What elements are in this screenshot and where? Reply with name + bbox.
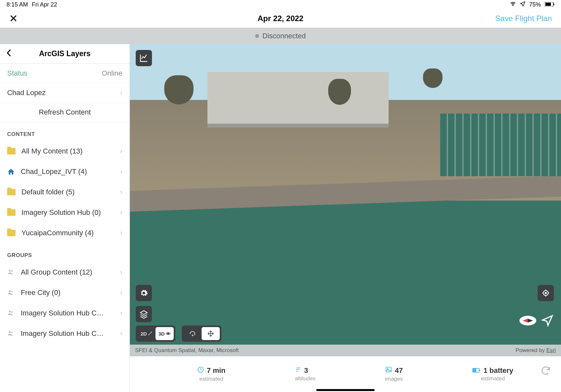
location-icon [520,1,525,8]
group-item-imagery-hub-2[interactable]: Imagery Solution Hub C… › [0,323,130,344]
svg-rect-20 [473,369,476,372]
chevron-right-icon: › [120,208,122,217]
status-time: 8:15 AM [6,1,28,8]
stat-time: 7 min estimated [197,366,225,382]
stats-bar: 7 min estimated 3 altitudes 47 images 1 … [130,356,561,392]
camera-mode-toggle [182,325,221,342]
content-item-user-folder[interactable]: Chad_Lopez_IVT (4) › [0,161,130,182]
user-row[interactable]: Chad Lopez › [0,83,130,103]
folder-icon [7,230,16,236]
chevron-right-icon: › [120,188,122,196]
compass-rose-icon[interactable] [519,316,536,325]
group-item-all-group-content[interactable]: All Group Content (12) › [0,262,130,282]
svg-point-6 [11,290,13,292]
page-title: Apr 22, 2022 [257,14,303,23]
wifi-icon [510,1,516,8]
chevron-right-icon: › [120,229,122,237]
chevron-right-icon: › [120,89,122,96]
layers-button[interactable] [136,306,152,322]
group-icon [7,330,15,337]
view-mode-toggle: 2D 3D [136,325,175,342]
north-arrow-icon[interactable] [541,314,554,327]
stat-images: 47 images [385,366,403,382]
chevron-right-icon: › [120,268,122,276]
battery-icon [472,366,481,375]
svg-point-12 [545,292,546,294]
battery-percent: 75% [529,1,541,8]
status-row[interactable]: Status Online [0,64,130,83]
refresh-stats-button[interactable] [540,365,551,379]
svg-rect-17 [386,367,392,372]
close-button[interactable]: ✕ [9,12,18,25]
locate-button[interactable] [538,285,554,301]
esri-link[interactable]: Esri [546,347,556,353]
ios-status-bar: 8:15 AM Fri Apr 22 75% [0,0,561,9]
compass [519,314,554,327]
stat-altitudes: 3 altitudes [295,366,316,382]
chevron-right-icon: › [120,329,122,338]
status-label: Status [7,69,102,78]
mode-2d-button[interactable]: 2D [137,327,156,340]
svg-point-3 [9,270,11,272]
connection-bar: Disconnected [0,28,561,44]
sidebar: ArcGIS Layers Status Online Chad Lopez ›… [0,44,130,392]
svg-rect-1 [545,3,551,6]
user-name: Chad Lopez [7,89,116,97]
group-icon [7,289,15,297]
image-icon [385,366,392,375]
content-item-imagery-solution-hub[interactable]: Imagery Solution Hub (0) › [0,202,130,223]
svg-point-13 [168,333,169,334]
chevron-right-icon: › [120,147,122,155]
stat-battery: 1 battery estimated [472,366,513,382]
status-date: Fri Apr 22 [32,1,57,8]
back-button[interactable] [6,49,12,59]
sidebar-title: ArcGIS Layers [19,49,110,58]
pan-button[interactable] [202,327,220,340]
svg-point-7 [9,311,11,312]
connection-label: Disconnected [262,32,305,40]
svg-rect-2 [554,3,554,5]
orbit-button[interactable] [183,327,202,340]
group-icon [7,268,15,276]
svg-point-14 [192,335,193,336]
mode-3d-button[interactable]: 3D [156,327,174,340]
group-item-imagery-hub-1[interactable]: Imagery Solution Hub C… › [0,303,130,323]
content-item-yucaipa[interactable]: YucaipaCommunity (4) › [0,223,130,243]
connection-dot-icon [255,34,259,38]
folder-icon [7,209,16,216]
map-view[interactable]: 2D 3D SFEI & Quantum S [130,44,561,392]
content-section-header: CONTENT [0,122,130,141]
attribution-right: Powered by Esri [516,347,556,354]
content-item-default-folder[interactable]: Default folder (5) › [0,182,130,202]
folder-icon [7,189,16,195]
save-flight-plan-button[interactable]: Save Flight Plan [495,14,552,23]
chart-button[interactable] [136,50,152,66]
clock-icon [197,366,204,375]
content-item-all-my-content[interactable]: All My Content (13) › [0,141,130,161]
svg-point-8 [11,311,13,312]
svg-point-10 [11,331,13,333]
svg-point-5 [9,290,11,292]
refresh-content-button[interactable]: Refresh Content [0,103,130,122]
nav-bar: ✕ Apr 22, 2022 Save Flight Plan [0,9,561,28]
attribution-bar: SFEI & Quantum Spatial, Maxar, Microsoft… [130,345,561,356]
group-icon [7,309,15,317]
group-item-free-city[interactable]: Free City (0) › [0,282,130,303]
chevron-right-icon: › [120,167,122,176]
chevron-right-icon: › [120,309,122,317]
attribution-left: SFEI & Quantum Spatial, Maxar, Microsoft [135,347,239,354]
battery-icon [545,1,555,8]
chevron-right-icon: › [120,288,122,297]
altitude-icon [295,366,302,375]
home-indicator [316,389,375,391]
svg-point-4 [11,270,13,272]
home-icon [7,168,15,176]
groups-section-header: GROUPS [0,243,130,262]
status-value: Online [102,69,122,78]
folder-icon [7,148,16,154]
settings-button[interactable] [136,285,152,301]
svg-point-9 [9,331,11,333]
